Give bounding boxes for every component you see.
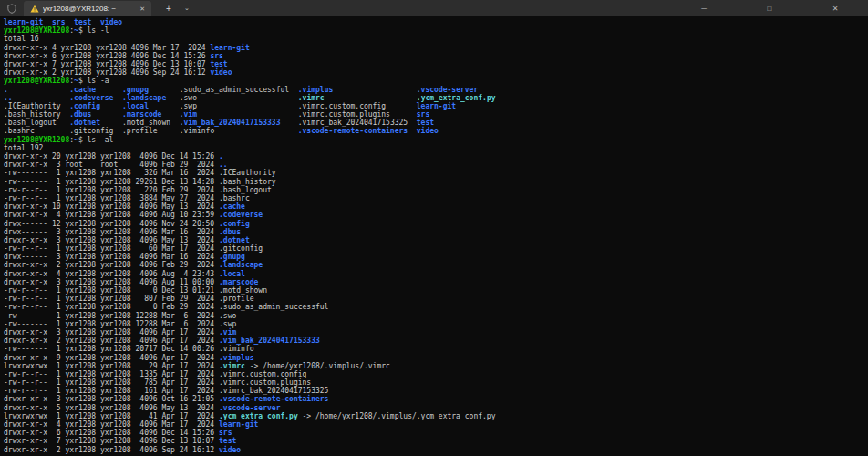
terminal-line: drwxr-xr-x 3 yxr1208 yxr1208 4096 May 13… bbox=[4, 236, 868, 244]
terminal-line: total 192 bbox=[4, 144, 868, 152]
terminal-line: lrwxrwxrwx 1 yxr1208 yxr1208 29 Apr 17 2… bbox=[4, 362, 868, 370]
minimize-button[interactable]: ─ bbox=[671, 0, 737, 16]
terminal-line: yxr1208@YXR1208:~$ ls -a bbox=[4, 77, 868, 85]
maximize-button[interactable]: □ bbox=[737, 0, 802, 16]
terminal-line: drwxr-xr-x 3 yxr1208 yxr1208 4096 Oct 16… bbox=[4, 395, 868, 403]
terminal-line: -rw-r--r-- 1 yxr1208 yxr1208 785 Apr 17 … bbox=[4, 378, 868, 387]
terminal-line: -rw-r--r-- 1 yxr1208 yxr1208 0 Feb 29 20… bbox=[4, 303, 868, 311]
terminal-line: drwxr-xr-x 3 yxr1208 yxr1208 4096 Apr 17… bbox=[4, 328, 868, 337]
terminal-line: .ICEauthority .config .local .swp .vimrc… bbox=[4, 102, 868, 110]
terminal-line: -rw------- 1 yxr1208 yxr1208 12288 Mar 6… bbox=[4, 320, 868, 328]
terminal-window: yxr1208@YXR1208: ~ ✕ + ⌄ ─ □ ✕ learn-git… bbox=[0, 0, 868, 456]
terminal-line: -rw------- 1 yxr1208 yxr1208 29261 Dec 1… bbox=[4, 178, 868, 186]
terminal-line: yxr1208@YXR1208:~$ ls -l bbox=[4, 26, 868, 35]
terminal-line: drwxr-xr-x 7 yxr1208 yxr1208 4096 Dec 13… bbox=[4, 60, 868, 68]
tab-close-icon[interactable]: ✕ bbox=[137, 5, 148, 14]
terminal-line: drwxr-xr-x 9 yxr1208 yxr1208 4096 Apr 17… bbox=[4, 354, 868, 362]
terminal-line: lrwxrwxrwx 1 yxr1208 yxr1208 41 Apr 17 2… bbox=[4, 412, 868, 420]
tab-dropdown-button[interactable]: ⌄ bbox=[179, 0, 195, 16]
close-button[interactable]: ✕ bbox=[802, 0, 868, 16]
terminal-line: learn-git srs test video bbox=[4, 18, 868, 26]
terminal-line: drwxr-xr-x 7 yxr1208 yxr1208 4096 Dec 13… bbox=[4, 437, 868, 445]
terminal-line: -rw-r--r-- 1 yxr1208 yxr1208 220 Feb 29 … bbox=[4, 186, 868, 194]
terminal-tab[interactable]: yxr1208@YXR1208: ~ ✕ bbox=[24, 1, 151, 16]
tab-title: yxr1208@YXR1208: ~ bbox=[43, 5, 133, 13]
terminal-line: -rw-r--r-- 1 yxr1208 yxr1208 3884 May 27… bbox=[4, 194, 868, 202]
terminal-line: drwxr-xr-x 4 yxr1208 yxr1208 4096 Aug 4 … bbox=[4, 270, 868, 278]
terminal-line: drwxr-xr-x 6 yxr1208 yxr1208 4096 Dec 14… bbox=[4, 52, 868, 60]
terminal-line: drwxr-xr-x 2 yxr1208 yxr1208 4096 Apr 17… bbox=[4, 337, 868, 345]
titlebar: yxr1208@YXR1208: ~ ✕ + ⌄ ─ □ ✕ bbox=[0, 0, 868, 16]
terminal-line: drwxr-xr-x 2 yxr1208 yxr1208 4096 Sep 24… bbox=[4, 68, 868, 77]
terminal-line: total 16 bbox=[4, 35, 868, 43]
terminal-line: drwx------ 12 yxr1208 yxr1208 4096 Nov 2… bbox=[4, 220, 868, 228]
terminal-line: -rw-r--r-- 1 yxr1208 yxr1208 807 Feb 29 … bbox=[4, 295, 868, 303]
new-tab-button[interactable]: + bbox=[159, 0, 179, 16]
warning-triangle-icon bbox=[30, 5, 39, 13]
terminal-line: .. .codeverse .landscape .swo .vimrc .yc… bbox=[4, 94, 868, 102]
terminal-line: drwxr-xr-x 2 yxr1208 yxr1208 4096 Sep 24… bbox=[4, 446, 868, 454]
terminal-line: .bash_history .dbus .marscode .vim .vimr… bbox=[4, 110, 868, 119]
terminal-line: drwxr-xr-x 3 yxr1208 yxr1208 4096 Aug 11… bbox=[4, 278, 868, 286]
terminal-line: drwxr-xr-x 2 yxr1208 yxr1208 4096 Feb 29… bbox=[4, 261, 868, 269]
terminal-line: -rw-r--r-- 1 yxr1208 yxr1208 60 Mar 17 2… bbox=[4, 244, 868, 253]
terminal-line: drwxr-xr-x 4 yxr1208 yxr1208 4096 Aug 10… bbox=[4, 211, 868, 219]
titlebar-drag-area bbox=[195, 0, 671, 16]
terminal-line: drwxr-xr-x 3 root root 4096 Feb 29 2024 … bbox=[4, 161, 868, 169]
terminal-line: yxr1208@YXR1208:~$ ls -al bbox=[4, 136, 868, 144]
shield-outline-icon bbox=[0, 0, 24, 16]
terminal-output[interactable]: learn-git srs test videoyxr1208@YXR1208:… bbox=[0, 16, 868, 456]
terminal-line: -rw-r--r-- 1 yxr1208 yxr1208 0 Dec 13 01… bbox=[4, 286, 868, 295]
terminal-line: drwx------ 3 yxr1208 yxr1208 4096 Mar 16… bbox=[4, 253, 868, 261]
terminal-line: drwxr-xr-x 20 yxr1208 yxr1208 4096 Dec 1… bbox=[4, 152, 868, 161]
terminal-line: -rw------- 1 yxr1208 yxr1208 326 Mar 16 … bbox=[4, 169, 868, 177]
terminal-line: -rw-r--r-- 1 yxr1208 yxr1208 1335 Apr 17… bbox=[4, 370, 868, 378]
terminal-line: drwxr-xr-x 5 yxr1208 yxr1208 4096 May 13… bbox=[4, 404, 868, 412]
terminal-line: -rw------- 1 yxr1208 yxr1208 12288 Mar 6… bbox=[4, 312, 868, 320]
terminal-line: drwx------ 3 yxr1208 yxr1208 4096 Mar 16… bbox=[4, 228, 868, 236]
terminal-line: -rw------- 1 yxr1208 yxr1208 20717 Dec 1… bbox=[4, 345, 868, 353]
terminal-line: .bashrc .gitconfig .profile .viminfo .vs… bbox=[4, 127, 868, 135]
terminal-line: . .cache .gnupg .sudo_as_admin_successfu… bbox=[4, 86, 868, 94]
terminal-line: drwxr-xr-x 6 yxr1208 yxr1208 4096 Dec 14… bbox=[4, 429, 868, 437]
terminal-line: drwxr-xr-x 4 yxr1208 yxr1208 4096 Mar 17… bbox=[4, 44, 868, 52]
terminal-line: drwxr-xr-x 4 yxr1208 yxr1208 4096 Mar 17… bbox=[4, 420, 868, 429]
terminal-line: drwxr-xr-x 10 yxr1208 yxr1208 4096 May 1… bbox=[4, 202, 868, 211]
